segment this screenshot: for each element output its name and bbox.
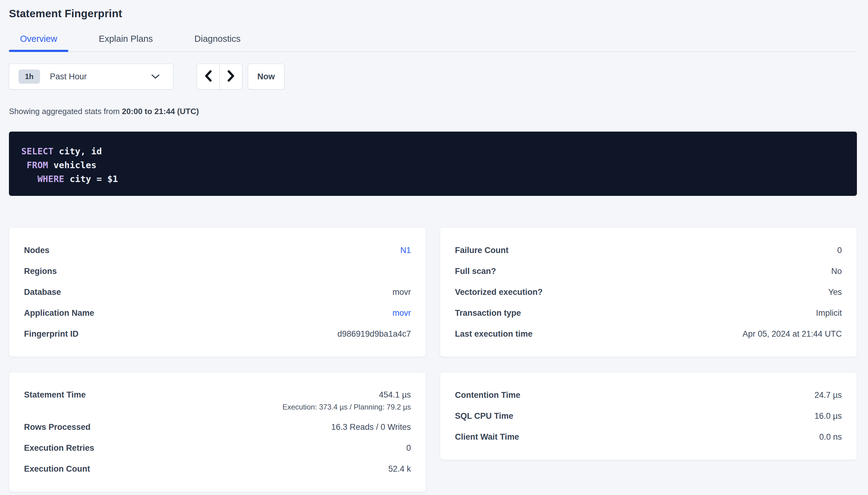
stat-value: movr	[392, 288, 411, 297]
stat-row: Transaction typeImplicit	[455, 303, 842, 323]
stat-label: Vectorized execution?	[455, 288, 543, 297]
tab-explain-plans[interactable]: Explain Plans	[88, 34, 164, 51]
sql-statement-box: SELECT city, id FROM vehicles WHERE city…	[9, 132, 857, 196]
page-title: Statement Fingerprint	[9, 7, 857, 20]
stat-row: Last execution timeApr 05, 2024 at 21:44…	[455, 323, 842, 344]
tab-bar: OverviewExplain PlansDiagnostics	[9, 34, 857, 52]
stat-label: Nodes	[24, 246, 50, 255]
stat-label: Execution Count	[24, 464, 90, 474]
stat-value: 16.3 Reads / 0 Writes	[331, 423, 411, 432]
stat-row: Client Wait Time0.0 ns	[455, 426, 842, 447]
stat-main-line: Statement Time454.1 µs	[24, 390, 411, 400]
stat-label: Contention Time	[455, 391, 521, 400]
stat-card-wait-timing: Contention Time24.7 µsSQL CPU Time16.0 µ…	[440, 372, 857, 460]
stat-row: SQL CPU Time16.0 µs	[455, 406, 842, 426]
stat-row: Rows Processed16.3 Reads / 0 Writes	[24, 416, 411, 438]
stat-value: 24.7 µs	[815, 391, 842, 400]
stat-card-overview-details-left: NodesN1RegionsDatabasemovrApplication Na…	[9, 227, 426, 357]
sql-text	[21, 174, 37, 184]
stat-value: d986919d9ba1a4c7	[337, 329, 411, 339]
time-range-label: Past Hour	[50, 72, 87, 82]
stat-value-link[interactable]: movr	[392, 308, 411, 318]
stat-row: Full scan?No	[455, 261, 842, 281]
stat-row: Vectorized execution?Yes	[455, 281, 842, 303]
stat-value: Yes	[828, 288, 842, 297]
stat-row: NodesN1	[24, 240, 411, 261]
stat-label: Application Name	[24, 308, 94, 318]
sql-keyword: FROM	[27, 160, 48, 170]
stat-label: Full scan?	[455, 267, 496, 276]
stat-row: Regions	[24, 261, 411, 281]
sql-line: SELECT city, id	[21, 146, 102, 156]
stat-row: Databasemovr	[24, 281, 411, 303]
tab-overview[interactable]: Overview	[9, 34, 68, 51]
stat-value: Apr 05, 2024 at 21:44 UTC	[742, 329, 842, 339]
stat-label: SQL CPU Time	[455, 411, 513, 421]
time-range-badge: 1h	[18, 69, 40, 84]
stat-value: Implicit	[816, 308, 842, 318]
stat-value: No	[831, 267, 842, 276]
stat-row: Failure Count0	[455, 240, 842, 261]
tab-diagnostics[interactable]: Diagnostics	[183, 34, 252, 51]
chevron-left-icon	[204, 70, 213, 83]
stat-card-statement-timing: Statement Time454.1 µsExecution: 373.4 µ…	[9, 372, 426, 492]
stat-label: Client Wait Time	[455, 432, 519, 442]
stat-value: 454.1 µs	[379, 390, 411, 400]
stat-label: Rows Processed	[24, 423, 91, 432]
sql-text	[21, 160, 27, 170]
stats-cards-grid: NodesN1RegionsDatabasemovrApplication Na…	[9, 227, 857, 492]
stat-label: Fingerprint ID	[24, 329, 79, 339]
stat-value: 0	[406, 443, 411, 453]
sql-text: city, id	[53, 146, 102, 156]
stat-row: Fingerprint IDd986919d9ba1a4c7	[24, 323, 411, 344]
stat-label: Statement Time	[24, 390, 86, 400]
now-button[interactable]: Now	[248, 64, 284, 89]
stat-row: Application Namemovr	[24, 303, 411, 323]
stat-card-overview-details-right: Failure Count0Full scan?NoVectorized exe…	[440, 227, 857, 357]
stat-value: 0	[837, 246, 842, 255]
stat-label: Last execution time	[455, 329, 533, 339]
next-interval-button[interactable]	[219, 64, 242, 89]
statement-fingerprint-page: Statement Fingerprint OverviewExplain Pl…	[0, 7, 868, 492]
stat-row: Execution Retries0	[24, 438, 411, 458]
stat-row: Statement Time454.1 µsExecution: 373.4 µ…	[24, 385, 411, 416]
stat-label: Database	[24, 288, 61, 297]
aggregated-stats-note: Showing aggregated stats from 20:00 to 2…	[9, 107, 857, 116]
stat-value: 0.0 ns	[819, 432, 842, 442]
stat-value: 16.0 µs	[815, 411, 842, 421]
previous-interval-button[interactable]	[197, 64, 219, 89]
stat-value-link[interactable]: N1	[400, 246, 411, 255]
time-range-dropdown[interactable]: 1h Past Hour	[9, 64, 173, 89]
sql-line: FROM vehicles	[21, 160, 96, 170]
stat-value: 52.4 k	[388, 464, 411, 474]
sql-keyword: WHERE	[37, 174, 64, 184]
sql-text: vehicles	[48, 160, 96, 170]
time-toolbar: 1h Past Hour	[9, 64, 857, 89]
stat-label: Execution Retries	[24, 443, 94, 453]
chevron-right-icon	[227, 70, 235, 83]
stat-label: Failure Count	[455, 246, 508, 255]
stat-subvalue: Execution: 373.4 µs / Planning: 79.2 µs	[24, 403, 411, 411]
stat-row: Execution Count52.4 k	[24, 458, 411, 479]
chevron-down-icon	[151, 74, 160, 79]
stat-label: Regions	[24, 267, 57, 276]
aggregated-stats-range: 20:00 to 21:44 (UTC)	[122, 107, 199, 116]
sql-text: city = $1	[64, 174, 118, 184]
aggregated-stats-prefix: Showing aggregated stats from	[9, 107, 122, 116]
stat-row: Contention Time24.7 µs	[455, 385, 842, 406]
stat-label: Transaction type	[455, 308, 521, 318]
time-pager	[197, 64, 242, 89]
sql-line: WHERE city = $1	[21, 174, 118, 184]
sql-keyword: SELECT	[21, 146, 53, 156]
